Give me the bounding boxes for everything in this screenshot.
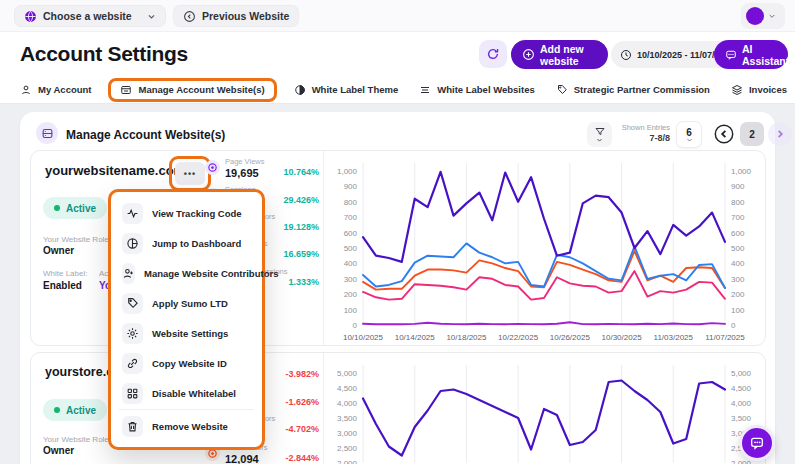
menu-divider [119,409,254,410]
svg-text:300: 300 [731,275,745,284]
pagination-prev-button[interactable] [712,122,736,146]
role-value: Owner [43,445,74,456]
shown-entries: Shown Entries 7-8/8 [618,123,670,143]
menu-item-manage-website-contributors[interactable]: Manage Website Contributors [116,258,257,288]
page-title: Account Settings [20,42,188,66]
traffic-chart-1: 1,0001,000900900800800700700600600500500… [327,155,763,343]
white-label-label: White Label: [43,269,87,278]
svg-text:3,500: 3,500 [337,414,358,423]
tab-label: Manage Account Website(s) [138,84,264,95]
svg-text:11/03/2025: 11/03/2025 [654,333,694,342]
chat-icon [749,435,765,451]
menu-item-jump-to-dashboard[interactable]: Jump to Dashboard [116,228,257,258]
divider [323,353,324,464]
white-label-value: Enabled [43,280,82,291]
choose-website-dropdown[interactable]: Choose a website [14,5,166,27]
svg-text:4,000: 4,000 [731,399,752,408]
menu-item-remove-website[interactable]: Remove Website [116,411,257,441]
page-header: Account Settings Add new website 10/10/2… [0,32,795,76]
arrow-left-circle-icon [183,10,196,23]
funnel-icon [594,126,606,138]
svg-text:3,000: 3,000 [337,429,358,438]
svg-text:10/18/2025: 10/18/2025 [446,333,487,342]
svg-text:5,000: 5,000 [337,369,358,378]
svg-text:1,000: 1,000 [731,167,752,176]
status-dot-icon [54,407,60,413]
divider [323,151,324,345]
svg-text:400: 400 [731,259,745,268]
svg-text:2,500: 2,500 [337,444,358,453]
previous-website-label: Previous Website [202,10,289,22]
svg-text:10/26/2025: 10/26/2025 [550,333,591,342]
chat-fab-button[interactable] [739,425,775,461]
top-nav-bar: Choose a website Previous Website [0,0,795,32]
svg-text:600: 600 [344,229,358,238]
ai-assistant-button[interactable]: AI Assistant [714,40,788,69]
menu-item-disable-whitelabel[interactable]: Disable Whitelabel [116,378,257,408]
gear-icon [122,323,143,344]
link-icon [122,353,143,374]
svg-text:10/10/2025: 10/10/2025 [343,333,384,342]
clock-icon [620,49,632,61]
svg-text:10/22/2025: 10/22/2025 [498,333,539,342]
tab-white-label-websites[interactable]: White Label Websites [419,84,534,96]
tab-invoices[interactable]: Invoices [731,84,787,96]
svg-text:3,500: 3,500 [731,414,752,423]
tag-icon [122,293,143,314]
svg-text:800: 800 [344,198,358,207]
lines-icon [419,84,431,96]
page-size-value: 6 [686,127,692,138]
status-dot-icon [54,205,60,211]
tab-manage-account-websites[interactable]: Manage Account Website(s) [108,78,276,102]
stat-page-views: Page Views 19,695 10.764% [205,157,319,183]
status-badge: Active [43,399,107,421]
role-label: Your Website Role: [43,435,111,444]
website-actions-button[interactable]: ••• [175,162,205,185]
menu-item-view-tracking-code[interactable]: View Tracking Code [116,198,257,228]
status-label: Active [66,405,96,416]
previous-website-button[interactable]: Previous Website [173,5,299,27]
user-menu[interactable] [741,3,785,29]
svg-text:900: 900 [344,182,358,191]
refresh-icon [486,47,500,61]
grid-icon [122,383,143,404]
svg-text:500: 500 [344,244,358,253]
svg-text:10/14/2025: 10/14/2025 [395,333,436,342]
chevron-down-icon [768,12,776,20]
tab-my-account[interactable]: My Account [20,84,91,96]
svg-text:0: 0 [353,321,358,330]
svg-text:800: 800 [731,198,745,207]
page-size-select[interactable]: 6 [676,121,702,148]
tab-label: White Label Websites [437,84,534,95]
refresh-button[interactable] [479,40,507,68]
browser-icon [120,84,132,96]
tab-white-label-theme[interactable]: White Label Theme [294,84,399,96]
ai-assistant-label: AI Assistant [742,43,789,67]
menu-item-copy-website-id[interactable]: Copy Website ID [116,348,257,378]
trash-icon [122,416,143,437]
page-views-icon [205,160,220,175]
svg-text:600: 600 [731,229,745,238]
filter-button[interactable] [587,122,612,147]
menu-item-apply-sumo-ltd[interactable]: Apply Sumo LTD [116,288,257,318]
role-value: Owner [43,245,74,256]
status-label: Active [66,203,96,214]
role-label: Your Website Role: [43,235,111,244]
svg-text:2,000: 2,000 [731,459,752,464]
svg-text:200: 200 [344,290,358,299]
user-icon [20,84,32,96]
svg-text:11/07/2025: 11/07/2025 [705,333,745,342]
person-plus-icon [122,263,135,284]
tab-bar: My Account Manage Account Website(s) Whi… [0,76,795,104]
menu-item-website-settings[interactable]: Website Settings [116,318,257,348]
add-new-website-button[interactable]: Add new website [511,40,608,69]
pagination-next-button[interactable] [768,122,792,146]
panel-title: Manage Account Website(s) [66,128,225,142]
svg-text:500: 500 [731,244,745,253]
svg-text:1,000: 1,000 [337,167,358,176]
pagination-current-page[interactable]: 2 [740,122,764,146]
svg-text:4,500: 4,500 [337,384,358,393]
svg-text:700: 700 [731,213,745,222]
tab-strategic-partner-commission[interactable]: Strategic Partner Commission [556,84,710,96]
svg-text:300: 300 [344,275,358,284]
